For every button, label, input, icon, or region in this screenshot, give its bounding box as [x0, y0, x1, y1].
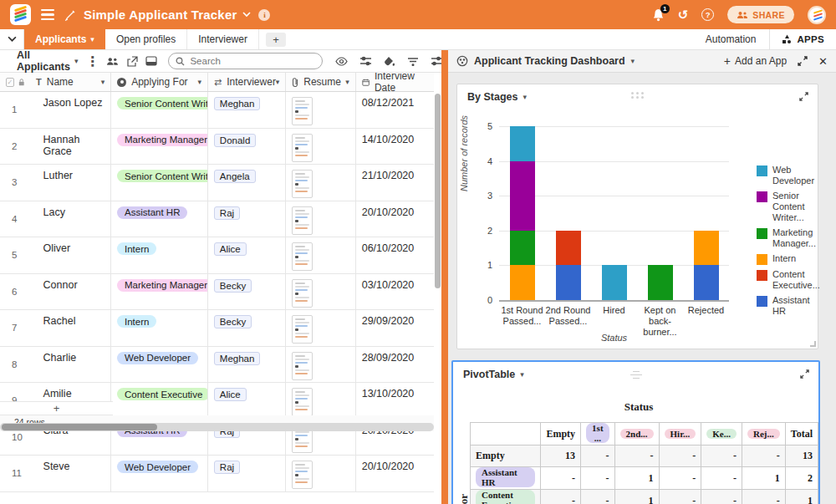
legend-item[interactable]: Assistant HR [757, 295, 824, 317]
cell-applying-for[interactable]: Intern [111, 310, 208, 346]
add-an-app-button[interactable]: + Add an App [724, 54, 787, 68]
cell-interview-date[interactable]: 08/12/2021 [356, 92, 434, 128]
cell-interviewer[interactable]: Becky [208, 310, 286, 346]
pivot-menu-icon[interactable]: ▾ [520, 370, 524, 379]
tab-open-profiles[interactable]: Open profiles [105, 29, 187, 49]
view-menu-icon[interactable]: ⋮ [85, 53, 99, 69]
cell-interview-date[interactable]: 20/10/2020 [356, 201, 434, 237]
fullscreen-icon[interactable] [798, 56, 808, 66]
help-icon[interactable]: ? [701, 8, 714, 21]
color-icon[interactable] [384, 56, 395, 67]
cell-interviewer[interactable]: Alice [208, 237, 286, 273]
legend-item[interactable]: Senior Content Writer... [757, 191, 824, 223]
cell-name[interactable]: Oliver [30, 237, 111, 273]
search-input[interactable] [190, 56, 315, 66]
cell-name[interactable]: Lacy [30, 201, 111, 237]
cell-name[interactable]: Steve [30, 456, 111, 491]
bar-segment[interactable] [510, 161, 535, 231]
chart-title[interactable]: By Stages ▾ [467, 91, 527, 103]
table-row[interactable]: 5OliverInternAlice06/10/2020 [0, 237, 434, 274]
drag-handle-icon[interactable] [631, 92, 645, 99]
cell-interview-date[interactable]: 03/10/2020 [356, 274, 434, 310]
collaborators-icon[interactable] [106, 57, 119, 66]
user-avatar[interactable] [808, 6, 826, 24]
drag-handle-icon[interactable] [630, 369, 642, 381]
cell-interview-date[interactable]: 21/10/2020 [356, 165, 434, 201]
expand-sidebar-button[interactable] [0, 29, 24, 49]
cell-interviewer[interactable]: Raj [208, 456, 286, 491]
cell-resume[interactable] [286, 347, 356, 383]
cell-applying-for[interactable]: Marketing Manager [111, 274, 208, 310]
scrollbar-thumb[interactable] [435, 94, 441, 288]
column-header-interviewer[interactable]: ⇄ Interviewer ▾ [208, 73, 286, 91]
panel-divider[interactable] [441, 50, 448, 504]
cell-applying-for[interactable]: Senior Content Writer [111, 92, 208, 128]
cell-resume[interactable] [286, 383, 356, 419]
scrollbar-thumb[interactable] [2, 424, 157, 430]
app-logo-icon[interactable] [10, 4, 31, 25]
bar-segment[interactable] [648, 265, 673, 300]
cell-interview-date[interactable]: 20/10/2020 [356, 456, 434, 491]
share-view-icon[interactable] [126, 56, 138, 67]
tab-applicants[interactable]: Applicants▾ [24, 29, 105, 49]
form-icon[interactable] [145, 56, 157, 66]
resume-thumbnail[interactable] [292, 242, 313, 271]
column-menu-icon[interactable]: ▾ [197, 78, 201, 86]
cell-name[interactable]: Charlie [30, 347, 111, 383]
cell-resume[interactable] [286, 129, 356, 165]
notifications-button[interactable]: 1 [652, 8, 665, 22]
cell-name[interactable]: Hannah Grace [30, 129, 111, 165]
vertical-scrollbar[interactable] [434, 73, 441, 504]
cell-resume[interactable] [286, 237, 356, 273]
tab-interviewer[interactable]: Interviewer [187, 29, 259, 49]
cell-interviewer[interactable]: Raj [208, 201, 286, 237]
pivot-table-app-card[interactable]: PivotTable ▾ Status For Empty1st ...2nd.… [451, 360, 820, 504]
pivot-title[interactable]: PivotTable ▾ [463, 369, 524, 380]
cell-interviewer[interactable]: Angela [208, 165, 286, 201]
cell-applying-for[interactable]: Web Developer [111, 347, 208, 383]
legend-item[interactable]: Intern [757, 253, 824, 265]
cell-name[interactable]: Connor [30, 274, 111, 310]
cell-interview-date[interactable]: 29/09/2020 [356, 310, 434, 346]
resume-thumbnail[interactable] [292, 134, 313, 162]
resume-thumbnail[interactable] [292, 97, 313, 125]
bar-segment[interactable] [510, 231, 535, 266]
cell-resume[interactable] [286, 456, 356, 491]
filter-icon[interactable] [359, 56, 372, 66]
resume-thumbnail[interactable] [292, 279, 313, 308]
cell-interviewer[interactable]: Meghan [208, 347, 286, 383]
cell-resume[interactable] [286, 310, 356, 346]
cell-interview-date[interactable]: 14/10/2020 [356, 129, 434, 165]
expand-app-icon[interactable] [799, 92, 808, 101]
cell-interviewer[interactable]: Alice [208, 383, 286, 419]
horizontal-scrollbar[interactable] [0, 423, 434, 431]
add-table-button[interactable]: + [266, 33, 286, 47]
cell-applying-for[interactable]: Senior Content Writer [111, 165, 208, 201]
cell-interview-date[interactable]: 28/09/2020 [356, 347, 434, 383]
bar-segment[interactable] [510, 126, 535, 161]
apps-tab[interactable]: APPS [769, 29, 836, 49]
resume-thumbnail[interactable] [292, 388, 313, 416]
cell-applying-for[interactable]: Marketing Manager [111, 129, 208, 165]
cell-name[interactable]: Rachel [30, 310, 111, 346]
bar-segment[interactable] [694, 231, 719, 266]
info-icon[interactable]: i [258, 9, 270, 21]
close-panel-icon[interactable]: ✕ [818, 55, 828, 68]
resume-thumbnail[interactable] [292, 352, 313, 380]
legend-item[interactable]: Marketing Manager... [757, 227, 824, 249]
cell-applying-for[interactable]: Intern [111, 237, 208, 273]
column-menu-icon[interactable]: ▾ [101, 78, 105, 86]
cell-interview-date[interactable]: 06/10/2020 [356, 237, 434, 273]
cell-applying-for[interactable]: Assistant HR [111, 201, 208, 237]
chart-menu-icon[interactable]: ▾ [522, 93, 527, 101]
column-header-resume[interactable]: Resume ▾ [286, 73, 356, 91]
share-button[interactable]: SHARE [727, 6, 794, 23]
column-header-interview-date[interactable]: Interview Date [356, 73, 434, 91]
cell-name[interactable]: Luther [30, 165, 111, 201]
legend-item[interactable]: Content Executive... [757, 269, 824, 291]
resume-thumbnail[interactable] [292, 206, 313, 235]
bar-segment[interactable] [556, 231, 581, 266]
resize-handle[interactable] [810, 341, 816, 347]
bar-segment[interactable] [556, 265, 581, 300]
table-row[interactable]: 8CharlieWeb DeveloperMeghan28/09/2020 [0, 347, 434, 384]
